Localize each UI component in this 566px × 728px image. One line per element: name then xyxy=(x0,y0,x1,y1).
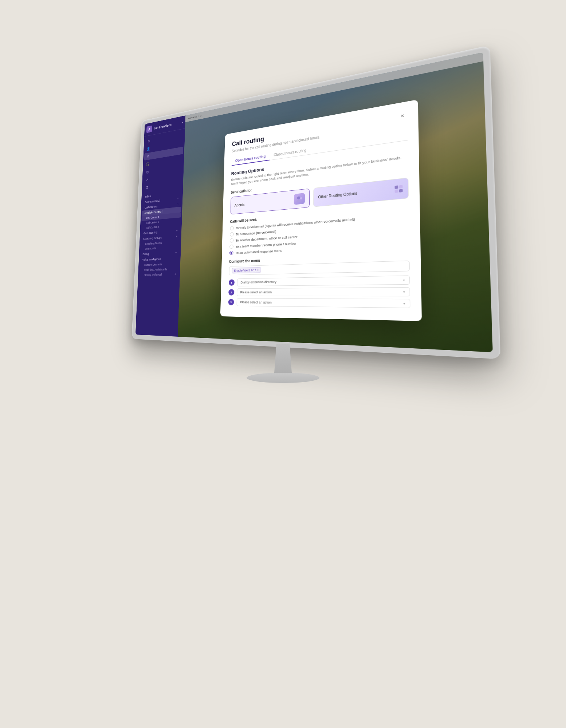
svg-point-0 xyxy=(297,197,300,200)
menu-items-list: 1 Dial by extension directory ▾ 2 xyxy=(228,276,410,308)
close-button[interactable]: × xyxy=(397,111,407,121)
main-area: Aeroleks / D... Call routing × Set r xyxy=(178,52,493,352)
radio-circle-automated xyxy=(229,251,233,255)
tab-open-hours[interactable]: Open hours routing xyxy=(231,152,270,166)
chevron-down-icon: ▾ xyxy=(403,278,405,282)
menu-num-2: 2 xyxy=(228,289,234,296)
clock-icon: ◷ xyxy=(146,170,149,174)
menu-num-3: 3 xyxy=(228,299,234,305)
people-icon: 👤 xyxy=(146,146,150,151)
sidebar: A San Francisco ▾ ⊞ 👤 xyxy=(135,115,185,337)
radio-circle-voicemail xyxy=(230,226,234,230)
monitor-frame: A San Francisco ▾ ⊞ 👤 xyxy=(131,45,500,359)
sidebar-nav: Office Scorecards (2) + Call Centers + A… xyxy=(135,188,183,337)
sidebar-subitem-privacy[interactable]: Privacy and Legal + xyxy=(139,272,179,278)
chart-icon: ↗ xyxy=(145,177,149,182)
agents-icon xyxy=(294,193,304,205)
monitor-wrapper: A San Francisco ▾ ⊞ 👤 xyxy=(83,55,483,673)
chevron-down-icon: ▾ xyxy=(403,302,405,305)
plus-icon: + xyxy=(175,251,177,254)
other-routing-icon xyxy=(394,185,402,193)
call-routing-dialog: Call routing × Set rules for the call ro… xyxy=(220,99,421,321)
sidebar-icon-column: ⊞ 👤 ⚙ 🎧 ◷ xyxy=(142,128,185,193)
menu-item-1: 1 Dial by extension directory ▾ xyxy=(228,276,410,286)
dialog-overlay: Call routing × Set rules for the call ro… xyxy=(178,52,493,352)
home-icon: ⊞ xyxy=(147,139,150,143)
plus-icon: + xyxy=(177,202,178,206)
settings-icon: ⚙ xyxy=(146,154,150,159)
stand-neck xyxy=(272,344,294,373)
grid-icon: ⊡ xyxy=(145,185,149,190)
screen: A San Francisco ▾ ⊞ 👤 xyxy=(135,52,493,352)
menu-item-2: 2 Please select an action ▾ xyxy=(228,287,410,296)
ivr-tag: Enable Voice IVR × xyxy=(232,267,261,274)
monitor-bezel: A San Francisco ▾ ⊞ 👤 xyxy=(135,52,493,352)
ivr-tag-input[interactable]: Enable Voice IVR × xyxy=(229,261,409,276)
menu-item-3: 3 Please select an action ▾ xyxy=(228,298,410,308)
menu-num-1: 1 xyxy=(228,280,234,286)
menu-select-2[interactable]: Please select an action ▾ xyxy=(237,287,410,296)
chevron-down-icon: ▾ xyxy=(182,121,183,124)
radio-circle-department xyxy=(229,238,233,243)
headset-icon: 🎧 xyxy=(146,162,150,166)
tag-remove-icon[interactable]: × xyxy=(257,268,259,272)
svg-point-2 xyxy=(300,197,302,200)
svg-point-1 xyxy=(296,200,300,202)
radio-circle-team-member xyxy=(229,245,233,249)
menu-select-1[interactable]: Dial by extension directory ▾ xyxy=(237,276,410,286)
monitor-stand xyxy=(247,344,319,383)
tab-closed-hours[interactable]: Closed hours routing xyxy=(270,145,311,160)
sidebar-logo: A xyxy=(146,126,152,133)
plus-icon: + xyxy=(174,273,176,276)
menu-select-3[interactable]: Please select an action ▾ xyxy=(236,298,410,308)
plus-icon: + xyxy=(177,197,179,200)
sidebar-org-name: San Francisco xyxy=(154,121,181,130)
plus-icon: + xyxy=(176,229,177,232)
radio-circle-message xyxy=(230,232,234,237)
plus-icon: + xyxy=(176,235,177,238)
chevron-down-icon: ▾ xyxy=(403,290,405,294)
stand-base xyxy=(247,373,319,383)
